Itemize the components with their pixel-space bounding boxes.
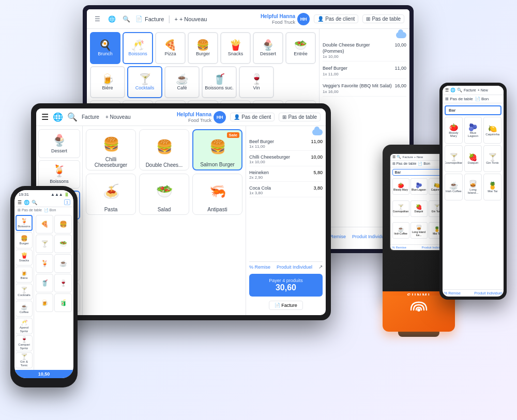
- facture-button[interactable]: 📄 Facture: [269, 301, 303, 310]
- subcat-biere[interactable]: 🍺 Bière: [90, 66, 125, 98]
- invoice-section[interactable]: 📄 Facture: [135, 15, 164, 22]
- sunmi-prod-irish-coffee[interactable]: ☕ Irish Coffee: [392, 222, 409, 239]
- subcat-vin[interactable]: 🍷 Vin: [239, 66, 274, 98]
- remise-button[interactable]: % Remise: [444, 291, 461, 295]
- table-selector[interactable]: ⊞ Pas de table: [279, 113, 321, 121]
- new-button[interactable]: + Nouveau: [105, 114, 131, 120]
- globe-icon[interactable]: 🌐: [24, 200, 29, 205]
- prod-icon: 🍺: [41, 299, 49, 306]
- globe-icon[interactable]: 🌐: [53, 112, 63, 122]
- phone-cat-cocktails[interactable]: 🍸 Cocktails: [16, 284, 33, 300]
- phone-cat-gin[interactable]: 🍸 Gin & Tonic: [16, 352, 33, 368]
- expand-button[interactable]: ↗: [318, 264, 323, 270]
- subcat-cocktails[interactable]: 🍸 Cocktails: [127, 66, 162, 98]
- mpos-search-bar[interactable]: Bar: [445, 105, 501, 115]
- tablet-prod-antipasti[interactable]: 🦐 Antipasti: [192, 174, 242, 215]
- phone-screen: 19:31 ▲▲▲ 🔋 ☰ 🌐 🔍 1 ⊞ Pas de table 📄 Bon…: [14, 190, 73, 378]
- category-entree[interactable]: 🥗 Entrée: [285, 32, 316, 64]
- pay-button[interactable]: Payer 4 produits 30,60: [249, 274, 323, 297]
- sunmi-prod-blue-lagoon[interactable]: 🫐 Blue Lagoon: [410, 178, 428, 195]
- sunmi-prod-long-island[interactable]: 🥃 Long Island Ice...: [410, 222, 428, 239]
- tablet-prod-salmon[interactable]: Sale 🍔 Salmon Burger: [192, 129, 242, 170]
- phone-device: 19:31 ▲▲▲ 🔋 ☰ 🌐 🔍 1 ⊞ Pas de table 📄 Bon…: [10, 186, 78, 387]
- remise-button[interactable]: % Remise: [392, 246, 406, 249]
- mpos-prod-caipirinha[interactable]: 🍋 Caipirinha: [483, 117, 501, 144]
- tablet-topbar: ☰ 🌐 🔍 Facture + Nouveau Helpful Hanna Fo…: [36, 108, 326, 126]
- phone-cat-campari[interactable]: 🍷 Campari Spritz: [16, 335, 33, 351]
- phone-cat-burger[interactable]: 🍔 Burger: [16, 232, 33, 248]
- sunmi-prod-bloody-mary[interactable]: 🍅 Bloody Mary: [392, 178, 409, 195]
- phone-prod-9[interactable]: 🍺: [36, 293, 53, 312]
- subcat-boissons-suc[interactable]: 🥤 Boissons suc.: [202, 66, 237, 98]
- menu-icon[interactable]: ☰: [41, 112, 49, 122]
- prod-icon: 🍹: [41, 260, 49, 267]
- phone-cat-biere[interactable]: 🍺 Bière: [16, 267, 33, 283]
- search-icon[interactable]: 🔍: [67, 112, 78, 122]
- search-icon[interactable]: 🔍: [121, 14, 131, 24]
- search-icon[interactable]: 🔍: [397, 155, 401, 159]
- boissons-icon: 🍹: [52, 164, 66, 178]
- table-selector[interactable]: ⊞ Pas de table: [362, 14, 404, 23]
- phone-cat-aperol[interactable]: 🥂 Aperol Spritz: [16, 318, 33, 334]
- invoice-label[interactable]: Facture: [82, 114, 99, 120]
- mpos-prod-gin-tonic[interactable]: 🍸 Gin Tonic: [483, 145, 501, 172]
- mpos-prod-mai-tai[interactable]: 🍍 Mai Tai: [483, 174, 501, 200]
- phone-prod-5[interactable]: 🍹: [36, 254, 53, 273]
- tablet-prod-pasta[interactable]: 🍝 Pasta: [86, 174, 136, 215]
- category-dessert[interactable]: 🍨 Dessert: [253, 32, 283, 64]
- mpos-prod-blue-lagoon[interactable]: 🫐 Blue Lagoon: [464, 117, 482, 144]
- user-avatar: HH: [214, 111, 226, 123]
- phone-prod-6[interactable]: ☕: [54, 254, 72, 273]
- phone-prod-10[interactable]: 🧃: [54, 293, 72, 312]
- menu-icon[interactable]: ☰: [445, 88, 449, 92]
- main-categories-row: 🍳 Brunch 🥂 Boissons 🍕 Pizza 🍔 Burger: [90, 32, 316, 64]
- category-boissons[interactable]: 🥂 Boissons: [123, 32, 153, 64]
- sunmi-prod-daiquiri[interactable]: 🍓 Daiquiri: [410, 200, 428, 217]
- tablet-prod-chilli[interactable]: 🍔 Chilli Cheeseburger: [86, 129, 136, 170]
- tablet-prod-double[interactable]: 🍔 Double Chees...: [139, 129, 189, 170]
- phone-cat-coffee[interactable]: ☕ Coffee: [16, 301, 33, 317]
- phone-prod-4[interactable]: 🥗: [54, 235, 72, 253]
- globe-icon[interactable]: 🌐: [107, 14, 117, 24]
- mpos-prod-long-island[interactable]: 🥃 Long Island...: [464, 174, 482, 200]
- menu-icon[interactable]: ☰: [18, 200, 22, 205]
- phone-pay-button[interactable]: 10,50: [14, 370, 73, 378]
- category-brunch[interactable]: 🍳 Brunch: [90, 32, 120, 64]
- sunmi-products-grid: 🍅 Bloody Mary 🫐 Blue Lagoon 🍋 Caipirinha…: [390, 177, 448, 244]
- new-button[interactable]: + + Nouveau: [174, 16, 207, 22]
- search-icon[interactable]: 🔍: [32, 200, 37, 205]
- mpos-prod-bloody-mary[interactable]: 🍅 Bloody Mary: [445, 117, 463, 144]
- category-burger[interactable]: 🍔 Burger: [188, 32, 218, 64]
- phone-cat-snacks[interactable]: 🍟 Snacks: [16, 250, 33, 266]
- phone-prod-8[interactable]: 🍷: [54, 274, 72, 292]
- phone-prod-1[interactable]: 🍕: [36, 215, 53, 234]
- produit-button[interactable]: Produit Individuel: [474, 291, 502, 295]
- sunmi-prod-cosmopolitan[interactable]: 🍸 Cosmopolitan: [392, 200, 409, 217]
- category-snacks[interactable]: 🍟 Snacks: [220, 32, 251, 64]
- phone-prod-2[interactable]: 🍔: [54, 215, 72, 234]
- subcat-cafe[interactable]: ☕ Café: [164, 66, 200, 98]
- globe-icon[interactable]: 🌐: [450, 88, 455, 92]
- search-icon[interactable]: 🔍: [457, 88, 462, 92]
- phone-prod-7[interactable]: 🥤: [36, 274, 53, 292]
- phone-prod-3[interactable]: 🍸: [36, 235, 53, 253]
- sunmi-search-bar[interactable]: Bar: [392, 169, 446, 176]
- prod-label: Cosmopolitan: [445, 161, 463, 164]
- sale-badge: Sale: [227, 132, 239, 138]
- remise-button[interactable]: % Remise: [249, 265, 270, 270]
- client-selector[interactable]: 👤 Pas de client: [314, 14, 358, 23]
- menu-icon[interactable]: ☰: [92, 14, 102, 24]
- produit-button[interactable]: Produit Individuel: [277, 265, 312, 270]
- phone-cat-boissons[interactable]: 🍹 Boissons: [16, 215, 33, 231]
- mpos-prod-cosmo[interactable]: 🍸 Cosmopolitan: [445, 145, 463, 172]
- category-pizza[interactable]: 🍕 Pizza: [155, 32, 186, 64]
- mpos-prod-irish-coffee[interactable]: ☕ Irish Coffee: [445, 174, 463, 200]
- tablet-cat-dessert[interactable]: 🍨 Dessert: [38, 129, 80, 158]
- tablet-prod-salad[interactable]: 🥗 Salad: [139, 174, 189, 215]
- client-icon: 👤: [234, 114, 240, 120]
- tablet-cat-boissons[interactable]: 🍹 Boissons: [38, 160, 80, 189]
- mpos-prod-daiquiri[interactable]: 🍓 Daiquiri: [464, 145, 482, 172]
- menu-icon[interactable]: ☰: [392, 155, 396, 159]
- new-label: + New: [414, 155, 423, 159]
- client-selector[interactable]: 👤 Pas de client: [230, 113, 275, 121]
